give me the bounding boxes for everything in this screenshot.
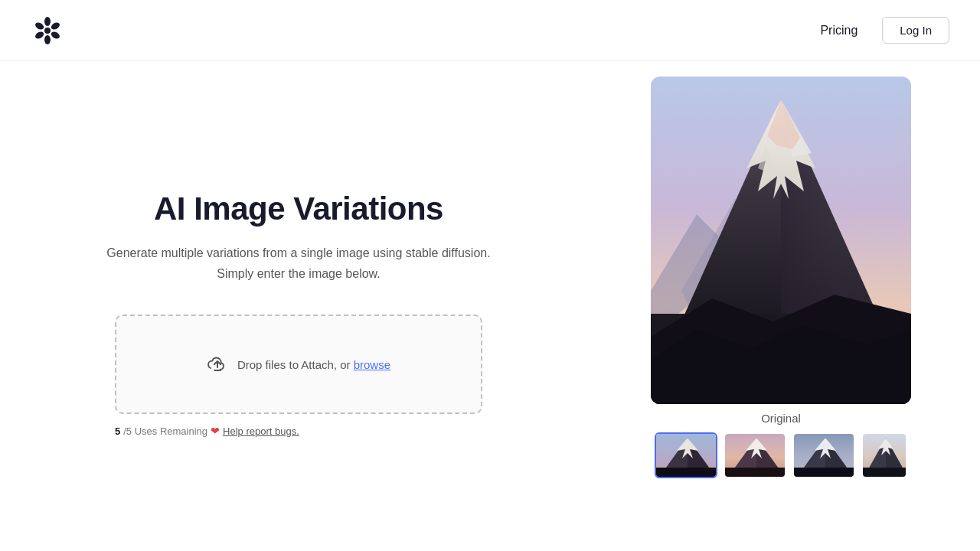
pricing-link[interactable]: Pricing [808,18,870,44]
thumbnail-2[interactable] [724,432,786,478]
svg-point-1 [44,17,51,26]
thumb-svg-1 [656,434,717,478]
svg-point-5 [34,30,44,40]
thumb-svg-3 [794,434,855,478]
thumb-svg-2 [725,434,786,478]
svg-point-0 [44,28,51,34]
usage-info: 5 /5 Uses Remaining ❤ Help report bugs. [115,425,482,437]
svg-point-2 [50,21,60,31]
login-button[interactable]: Log In [882,17,949,44]
thumb-svg-4 [863,434,907,478]
original-label: Original [761,412,801,425]
main-image-wrapper [651,77,911,404]
svg-point-6 [34,21,44,31]
thumbnails [655,432,907,478]
thumbnail-4[interactable] [861,432,907,478]
hero-subtitle: Generate multiple variations from a sing… [106,243,490,284]
dropzone-text: Drop files to Attach, or browse [237,358,390,371]
main-image-svg [651,77,911,404]
usage-count: 5 [115,425,120,437]
svg-rect-23 [656,468,717,478]
header: Pricing Log In [0,0,980,61]
svg-rect-38 [863,468,907,478]
browse-link[interactable]: browse [354,358,390,371]
usage-text: /5 Uses Remaining [123,425,207,437]
svg-rect-33 [794,468,855,478]
right-panel: Original [597,61,980,551]
svg-point-3 [50,30,60,40]
report-bugs-link[interactable]: Help report bugs. [223,425,299,437]
main-content: AI Image Variations Generate multiple va… [0,61,980,551]
hero-title: AI Image Variations [154,191,443,227]
upload-icon [207,354,228,375]
logo-icon [31,14,64,47]
heart-icon: ❤ [211,425,220,437]
svg-rect-28 [725,468,786,478]
file-dropzone[interactable]: Drop files to Attach, or browse [115,315,482,414]
nav: Pricing Log In [808,17,949,44]
svg-point-4 [44,35,51,44]
thumbnail-1[interactable] [655,432,717,478]
thumbnail-3[interactable] [792,432,855,478]
left-panel: AI Image Variations Generate multiple va… [0,61,597,551]
logo-area [31,14,64,47]
